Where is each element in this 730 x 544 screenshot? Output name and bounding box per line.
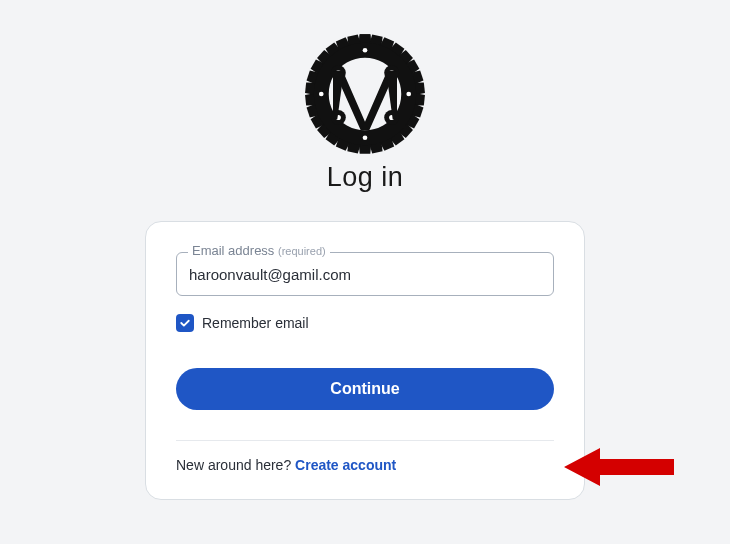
- remember-checkbox[interactable]: [176, 314, 194, 332]
- email-input[interactable]: [176, 252, 554, 296]
- brand-logo-icon: [301, 30, 429, 158]
- check-icon: [179, 317, 191, 329]
- remember-row: Remember email: [176, 314, 554, 332]
- email-label-text: Email address: [192, 243, 278, 258]
- create-account-link[interactable]: Create account: [295, 457, 396, 473]
- signup-prompt: New around here?: [176, 457, 295, 473]
- annotation-arrow: [564, 442, 684, 495]
- email-required-suffix: (required): [278, 245, 326, 257]
- svg-point-0: [363, 48, 368, 53]
- remember-label: Remember email: [202, 315, 309, 331]
- login-card: Email address (required) Remember email …: [145, 221, 585, 500]
- logo-section: Log in: [301, 30, 429, 193]
- svg-point-1: [363, 135, 368, 140]
- page-title: Log in: [327, 162, 404, 193]
- svg-point-3: [319, 92, 324, 97]
- email-label: Email address (required): [188, 243, 330, 258]
- signup-row: New around here? Create account: [176, 457, 554, 473]
- svg-point-2: [406, 92, 411, 97]
- divider: [176, 440, 554, 441]
- continue-button[interactable]: Continue: [176, 368, 554, 410]
- email-field-wrap: Email address (required): [176, 252, 554, 296]
- arrow-icon: [564, 442, 684, 492]
- svg-marker-12: [564, 448, 674, 486]
